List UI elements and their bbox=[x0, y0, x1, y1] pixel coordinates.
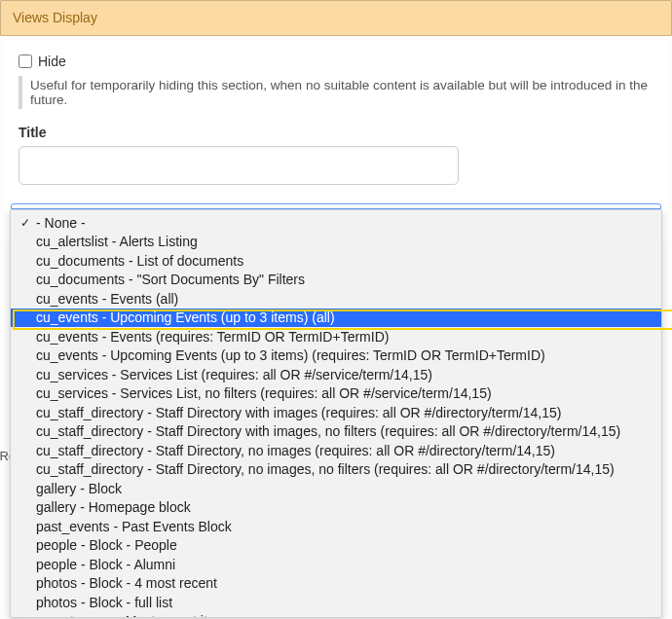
hide-hint: Useful for temporarily hiding this secti… bbox=[19, 76, 653, 109]
views-field-option[interactable]: recent_news - Most recent item bbox=[11, 612, 661, 619]
views-field-option[interactable]: cu_events - Upcoming Events (up to 3 ite… bbox=[11, 309, 661, 328]
views-field-option[interactable]: cu_alertslist - Alerts Listing bbox=[11, 233, 661, 252]
option-label: cu_events - Events (requires: TermID OR … bbox=[36, 329, 389, 345]
option-label: cu_documents - "Sort Documents By" Filte… bbox=[36, 272, 305, 287]
views-field-option[interactable]: cu_staff_directory - Staff Directory, no… bbox=[11, 441, 661, 460]
views-field-option[interactable]: cu_documents - "Sort Documents By" Filte… bbox=[11, 271, 661, 290]
checkmark-icon: ✓ bbox=[19, 216, 32, 230]
option-label: photos - Block - full list bbox=[36, 595, 172, 610]
views-field-option[interactable]: cu_events - Events (all) bbox=[11, 289, 661, 309]
views-field-option[interactable]: ✓- None - bbox=[11, 213, 661, 233]
views-field-option-list[interactable]: ✓- None -cu_alertslist - Alerts Listingc… bbox=[10, 209, 662, 618]
option-label: cu_events - Events (all) bbox=[36, 291, 178, 307]
views-field-option[interactable]: cu_services - Services List, no filters … bbox=[11, 384, 661, 404]
option-label: cu_staff_directory - Staff Directory, no… bbox=[36, 461, 615, 477]
option-label: gallery - Homepage block bbox=[36, 499, 191, 515]
option-label: photos - Block - 4 most recent bbox=[36, 575, 217, 591]
option-label: gallery - Block bbox=[36, 481, 122, 496]
option-label: cu_staff_directory - Staff Directory wit… bbox=[36, 405, 561, 420]
views-field-option[interactable]: cu_events - Upcoming Events (up to 3 ite… bbox=[11, 346, 661, 366]
views-field-option[interactable]: cu_staff_directory - Staff Directory wit… bbox=[11, 403, 661, 422]
views-field-option[interactable]: cu_services - Services List (requires: a… bbox=[11, 365, 661, 384]
option-label: cu_events - Upcoming Events (up to 3 ite… bbox=[36, 347, 545, 363]
views-field-option[interactable]: cu_staff_directory - Staff Directory, no… bbox=[11, 460, 661, 480]
views-field-option[interactable]: cu_documents - List of documents bbox=[11, 251, 661, 271]
option-label: cu_services - Services List (requires: a… bbox=[36, 367, 432, 382]
option-label: cu_events - Upcoming Events (up to 3 ite… bbox=[36, 310, 335, 325]
views-field-option[interactable]: photos - Block - full list bbox=[11, 593, 661, 612]
views-display-header: Views Display bbox=[0, 0, 672, 36]
views-field-option[interactable]: past_events - Past Events Block bbox=[11, 517, 661, 536]
views-field-option[interactable]: gallery - Block bbox=[11, 479, 661, 498]
option-label: cu_staff_directory - Staff Directory wit… bbox=[36, 423, 620, 439]
option-label: people - Block - Alumni bbox=[36, 557, 175, 572]
views-field-option[interactable]: photos - Block - 4 most recent bbox=[11, 574, 661, 594]
views-field-option[interactable]: cu_staff_directory - Staff Directory wit… bbox=[11, 422, 661, 442]
views-field-option[interactable]: cu_events - Events (requires: TermID OR … bbox=[11, 327, 661, 346]
option-label: - None - bbox=[36, 215, 86, 231]
views-field-option[interactable]: gallery - Homepage block bbox=[11, 498, 661, 518]
hide-label[interactable]: Hide bbox=[38, 54, 66, 69]
title-label: Title bbox=[19, 125, 653, 140]
option-label: cu_staff_directory - Staff Directory, no… bbox=[36, 443, 555, 458]
option-label: cu_documents - List of documents bbox=[36, 253, 243, 269]
views-field-dropdown[interactable]: ✓- None -cu_alertslist - Alerts Listingc… bbox=[10, 203, 662, 618]
views-field-option[interactable]: people - Block - People bbox=[11, 536, 661, 556]
option-label: recent_news - Most recent item bbox=[36, 613, 226, 618]
option-label: cu_alertslist - Alerts Listing bbox=[36, 234, 198, 249]
option-label: people - Block - People bbox=[36, 537, 177, 553]
hide-field: Hide bbox=[19, 54, 653, 69]
views-field-option[interactable]: people - Block - Alumni bbox=[11, 555, 661, 574]
hide-checkbox[interactable] bbox=[19, 55, 32, 68]
option-label: cu_services - Services List, no filters … bbox=[36, 385, 492, 401]
option-label: past_events - Past Events Block bbox=[36, 519, 232, 534]
title-input[interactable] bbox=[19, 146, 459, 185]
